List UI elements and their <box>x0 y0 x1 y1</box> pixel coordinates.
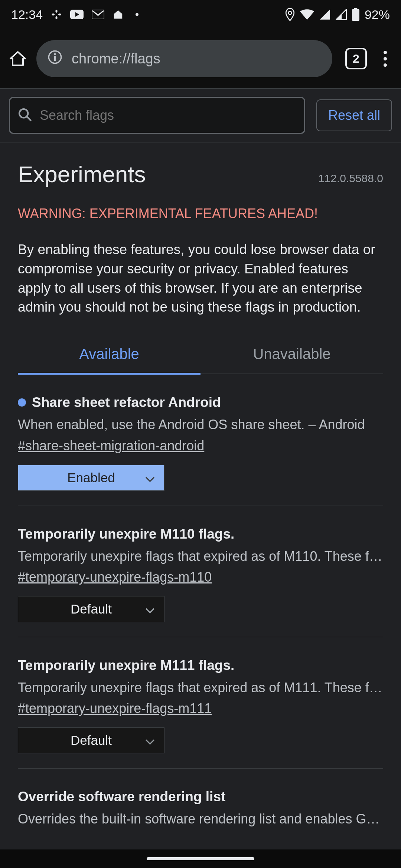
flag-select[interactable]: Default <box>18 596 164 622</box>
modified-dot-icon <box>18 398 26 407</box>
clock: 12:34 <box>11 7 43 22</box>
experiments-header: Experiments 112.0.5588.0 <box>0 142 401 198</box>
search-box[interactable] <box>9 97 305 134</box>
page-content: Reset all Experiments 112.0.5588.0 WARNI… <box>0 88 401 829</box>
dot-icon <box>136 13 138 16</box>
battery-icon <box>352 8 359 21</box>
signal-icon-1 <box>319 9 330 20</box>
status-left: 12:34 <box>11 7 138 22</box>
flag-select[interactable]: Enabled <box>18 465 164 491</box>
flag-description: Temporarily unexpire flags that expired … <box>18 547 383 566</box>
tabs-button[interactable]: 2 <box>345 48 367 69</box>
flag-description: When enabled, use the Android OS share s… <box>18 415 383 434</box>
search-input[interactable] <box>40 108 297 123</box>
url-text: chrome://flags <box>72 51 160 67</box>
browser-toolbar: chrome://flags 2 <box>0 29 401 88</box>
youtube-icon <box>70 10 84 19</box>
flag-description: Overrides the built-in software renderin… <box>18 810 383 828</box>
description-text: By enabling these features, you could lo… <box>0 233 401 335</box>
flag-select[interactable]: Default <box>18 727 164 753</box>
status-bar: 12:34 92% <box>0 0 401 29</box>
flag-title: Temporarily unexpire M110 flags. <box>18 526 383 542</box>
slack-icon <box>51 9 62 20</box>
svg-point-12 <box>19 109 28 118</box>
tabs: Available Unavailable <box>18 335 383 374</box>
svg-point-6 <box>288 11 292 14</box>
page-title: Experiments <box>18 161 146 187</box>
flag-anchor-link[interactable]: #temporary-unexpire-flags-m111 <box>18 701 212 716</box>
flag-anchor-link[interactable]: #share-sheet-migration-android <box>18 438 204 454</box>
nav-pill[interactable] <box>147 857 254 860</box>
svg-point-10 <box>54 53 56 55</box>
tab-unavailable[interactable]: Unavailable <box>200 335 383 374</box>
chevron-down-icon <box>145 733 155 748</box>
status-right: 92% <box>285 7 390 22</box>
flag-item: Override software rendering list Overrid… <box>18 769 383 828</box>
chevron-down-icon <box>145 470 155 485</box>
svg-rect-2 <box>56 10 58 13</box>
overflow-menu-button[interactable] <box>380 47 394 70</box>
wifi-icon <box>300 9 314 20</box>
reset-all-button[interactable]: Reset all <box>316 99 392 131</box>
svg-rect-0 <box>52 14 55 16</box>
info-icon <box>48 50 62 68</box>
warning-text: WARNING: EXPERIMENTAL FEATURES AHEAD! <box>0 198 401 233</box>
flags-list: Share sheet refactor Android When enable… <box>0 374 401 829</box>
signal-icon-2 <box>336 9 347 20</box>
tab-available[interactable]: Available <box>18 335 200 375</box>
flag-anchor-link[interactable]: #temporary-unexpire-flags-m110 <box>18 569 212 585</box>
home-status-icon <box>113 9 124 20</box>
search-icon <box>17 107 32 124</box>
flag-title: Temporarily unexpire M111 flags. <box>18 658 383 673</box>
flag-description: Temporarily unexpire flags that expired … <box>18 678 383 697</box>
svg-line-13 <box>27 116 31 121</box>
svg-rect-3 <box>56 16 58 19</box>
flag-title: Share sheet refactor Android <box>18 395 383 410</box>
flag-title: Override software rendering list <box>18 789 383 805</box>
search-row: Reset all <box>0 89 401 142</box>
address-bar[interactable]: chrome://flags <box>36 40 332 77</box>
svg-rect-8 <box>354 8 358 10</box>
location-icon <box>285 8 295 21</box>
svg-rect-1 <box>58 14 61 16</box>
battery-percent: 92% <box>365 7 390 22</box>
mail-icon <box>92 10 104 19</box>
svg-rect-11 <box>54 56 56 60</box>
version-label: 112.0.5588.0 <box>318 172 383 185</box>
svg-rect-7 <box>352 9 359 21</box>
chevron-down-icon <box>145 602 155 617</box>
flag-item: Share sheet refactor Android When enable… <box>18 374 383 506</box>
nav-bar <box>0 849 401 868</box>
flag-item: Temporarily unexpire M111 flags. Tempora… <box>18 637 383 769</box>
home-button[interactable] <box>7 47 29 70</box>
flag-item: Temporarily unexpire M110 flags. Tempora… <box>18 506 383 637</box>
